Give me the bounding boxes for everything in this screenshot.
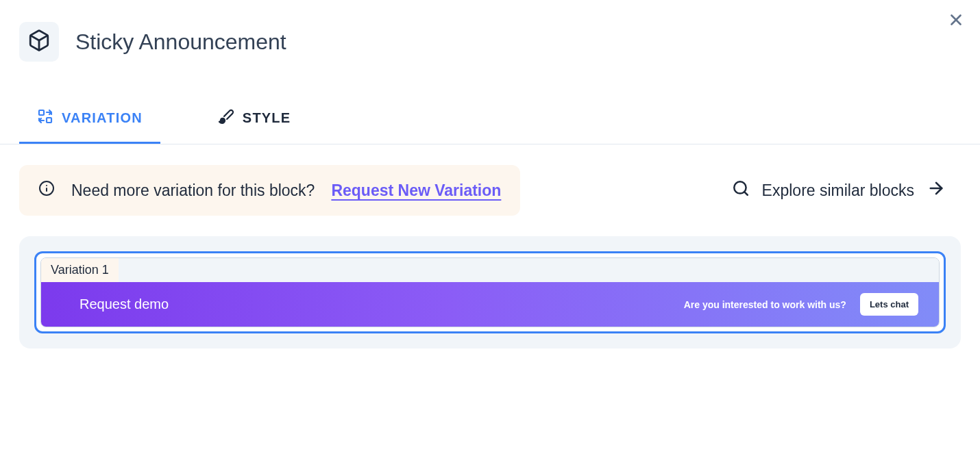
close-icon[interactable] [947,11,965,31]
tab-style-label: STYLE [243,110,291,126]
tabs: VARIATION STYLE [0,101,980,144]
variation-badge: Variation 1 [41,258,119,282]
variation-card[interactable]: Variation 1 Request demo Are you interes… [34,251,946,333]
explore-similar-button[interactable]: Explore similar blocks [732,179,961,202]
info-icon [38,180,55,201]
announcement-question: Are you interested to work with us? [684,299,846,310]
svg-line-9 [744,192,748,195]
search-icon [732,179,750,201]
notice-banner: Need more variation for this block? Requ… [19,165,520,216]
notice-text: Need more variation for this block? [71,181,315,200]
swap-icon [37,108,53,128]
arrow-right-icon [927,179,946,202]
variation-panel: Variation 1 Request demo Are you interes… [19,236,961,349]
block-icon-box [19,22,59,62]
lets-chat-button[interactable]: Lets chat [860,293,918,316]
brush-icon [218,108,234,128]
announcement-left-text: Request demo [79,296,169,312]
page-title: Sticky Announcement [75,29,286,55]
svg-rect-4 [47,118,51,123]
tab-style[interactable]: STYLE [200,101,308,144]
svg-rect-3 [39,110,44,115]
request-variation-link[interactable]: Request New Variation [331,181,501,200]
tab-variation-label: VARIATION [62,110,143,126]
cube-icon [27,29,51,55]
explore-label: Explore similar blocks [762,181,914,200]
announcement-preview: Request demo Are you interested to work … [41,282,939,327]
tab-variation[interactable]: VARIATION [19,101,160,144]
